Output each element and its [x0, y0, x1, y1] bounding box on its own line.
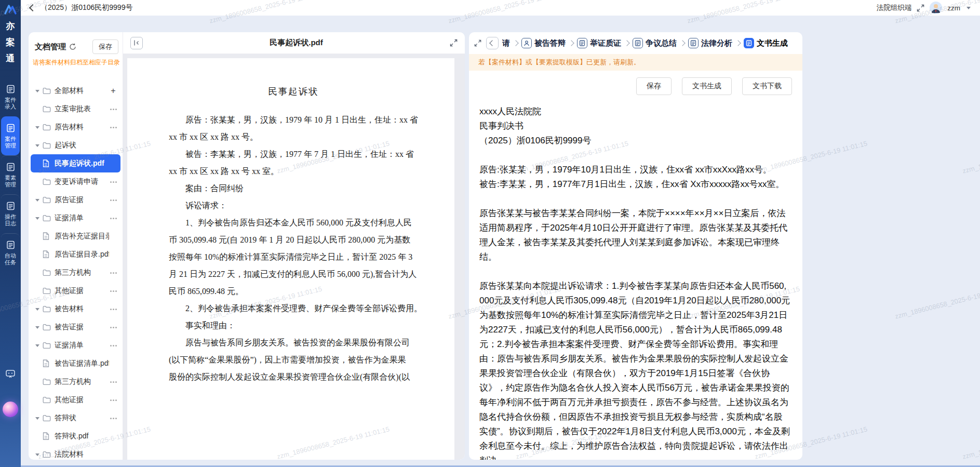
document-manager-panel: 文档管理 保存 请将案件材料归档至相应子目录	[29, 32, 123, 460]
judgment-paragraph: 原告张某某向本院提出诉讼请求：1.判令被告李某某向原告归还本金人民币560,00…	[479, 279, 791, 460]
tree-row-action[interactable]	[109, 378, 117, 386]
refresh-notice: 若【案件材料】或【要素提取模版】已更新，请刷新。	[469, 54, 802, 71]
workflow-step[interactable]: 请	[502, 38, 510, 48]
tree-caret-icon[interactable]	[35, 415, 41, 421]
tree-item-label: 法院材料	[55, 450, 109, 459]
tree-row[interactable]: 被告证据清单.pdf	[31, 354, 120, 372]
workflow-step[interactable]: 法律分析	[688, 38, 732, 48]
tree-row[interactable]: 变更诉请申请	[31, 172, 120, 191]
tree-caret-icon[interactable]	[35, 197, 41, 203]
tree-row[interactable]: 答辩状	[31, 409, 120, 427]
workflow-step-label: 文书生成	[757, 38, 788, 48]
tree-row-action[interactable]	[109, 178, 117, 186]
tree-row[interactable]: 第三方机构	[31, 372, 120, 391]
collapse-panel-icon[interactable]	[130, 37, 143, 49]
folder-icon	[43, 87, 51, 95]
workflow-step[interactable]: 文书生成	[744, 38, 788, 48]
tree-row[interactable]: 其他证据	[31, 391, 120, 409]
tree-caret-icon[interactable]	[35, 124, 41, 130]
workflow-step-label: 法律分析	[701, 38, 732, 48]
tree-caret-icon[interactable]	[35, 88, 41, 94]
tree-row[interactable]: 法院材料	[31, 445, 120, 460]
tree-row[interactable]: 原告证据目录.pdf	[31, 245, 120, 263]
tree-row-action[interactable]	[109, 396, 117, 404]
judgment-document[interactable]: xxxx人民法院院 民事判决书 （2025）浙0106民初9999号 原告:张某…	[469, 97, 802, 460]
sidebar-item[interactable]: 自动任务	[1, 233, 20, 272]
tree-row-action[interactable]	[109, 105, 117, 113]
sidebar-item[interactable]: 操作日志	[1, 194, 20, 233]
folder-icon	[43, 324, 51, 331]
tree-row[interactable]: 被告证据	[31, 318, 120, 336]
doc-generate-icon	[744, 38, 754, 48]
workflow-step[interactable]: 争议总结	[633, 38, 677, 48]
doc-save-button[interactable]: 保存	[92, 39, 118, 54]
tree-row[interactable]: 起诉状	[31, 136, 120, 154]
tree-row-action[interactable]	[109, 287, 117, 295]
tree-row[interactable]: 民事起诉状.pdf	[31, 154, 120, 172]
assistant-chat-icon[interactable]	[5, 368, 16, 381]
tree-row[interactable]: 第三方机构	[31, 263, 120, 282]
tree-row[interactable]: 其他证据	[31, 282, 120, 300]
tree-row[interactable]: 原告证据	[31, 191, 120, 209]
tree-row-action[interactable]	[109, 123, 117, 131]
tree-caret-icon[interactable]	[35, 324, 41, 330]
tree-item-label: 原告材料	[55, 123, 109, 132]
pdf-text-line: 月 21 日为 2227 天，扣减已支付的利息人民币 56,000 元),暂合计…	[169, 265, 418, 283]
sidebar-item[interactable]: 案件管理	[1, 116, 20, 155]
tree-caret-icon[interactable]	[35, 451, 41, 458]
file-icon	[43, 432, 49, 440]
tree-row-action[interactable]	[109, 414, 117, 422]
pdf-expand-icon[interactable]	[450, 39, 458, 47]
refresh-icon[interactable]	[69, 43, 76, 50]
tree-row[interactable]: 全部材料	[31, 82, 120, 100]
app-name: 亦 案 通	[6, 20, 15, 64]
tree-row-action[interactable]	[109, 196, 117, 204]
toolbar-button[interactable]: 保存	[636, 77, 672, 95]
steps-scroll-left-button[interactable]	[486, 37, 499, 49]
pdf-text-line: 诉讼请求：	[169, 197, 418, 214]
tree-caret-icon[interactable]	[35, 215, 41, 221]
tree-row-action[interactable]	[109, 323, 117, 331]
sidebar-item[interactable]: 案件录入	[1, 78, 20, 116]
sidebar-item[interactable]: 要素管理	[1, 155, 20, 194]
tree-row[interactable]: 被告材料	[31, 300, 120, 318]
tree-row[interactable]: 原告材料	[31, 118, 120, 136]
judgment-paragraph: xxxx人民法院院 民事判决书 （2025）浙0106民初9999号	[479, 104, 791, 148]
tree-row-action[interactable]	[109, 305, 117, 313]
tree-row-action[interactable]	[109, 214, 117, 222]
back-chevron-icon[interactable]	[29, 4, 36, 11]
tree-item-label: 被告证据清单.pdf	[55, 359, 109, 368]
toolbar-button[interactable]: 文书生成	[682, 77, 732, 95]
fullscreen-expand-icon[interactable]	[917, 4, 924, 12]
ai-assistant-orb[interactable]	[3, 402, 18, 417]
tree-row-action[interactable]	[109, 87, 117, 95]
workflow-step[interactable]: 被告答辩	[521, 38, 566, 48]
toolbar-button[interactable]: 文书下载	[742, 77, 792, 95]
tree-caret-icon[interactable]	[35, 306, 41, 312]
workflow-step-label: 请	[502, 38, 510, 48]
tree-caret-icon[interactable]	[35, 342, 41, 349]
tree-row[interactable]: 证据清单	[31, 336, 120, 354]
tree-row[interactable]: 立案审批表	[31, 100, 120, 118]
tree-item-label: 其他证据	[55, 395, 109, 405]
auto-task-icon	[6, 240, 16, 250]
user-avatar[interactable]	[930, 2, 942, 14]
tree-row[interactable]: 答辩状.pdf	[31, 427, 120, 445]
tree-caret-icon[interactable]	[35, 142, 41, 149]
workflow-tabbar: 请 被告答辩	[469, 32, 802, 54]
tree-item-label: 全部材料	[55, 86, 109, 96]
tree-row[interactable]: 原告补充证据目录	[31, 227, 120, 245]
panel-expand-icon[interactable]	[474, 39, 481, 47]
folder-icon	[43, 124, 51, 131]
pdf-viewer-panel: 民事起诉状.pdf 民事起诉状 原告：张某某，男，汉族，1979 年 10 月 …	[123, 32, 465, 460]
user-menu-chevron-icon[interactable]	[966, 7, 971, 9]
tree-row-action[interactable]	[109, 269, 117, 277]
evidence-cross-icon	[577, 38, 587, 48]
workflow-step[interactable]: 举证质证	[577, 38, 621, 48]
chevron-right-icon	[568, 40, 574, 46]
workflow-step-label: 被告答辩	[534, 38, 566, 48]
pdf-scroll-area[interactable]: 民事起诉状 原告：张某某，男，汉族，1979 年 10 月 1 日出生，住址：x…	[123, 54, 465, 460]
tree-row[interactable]: 证据清单	[31, 209, 120, 227]
folder-icon	[43, 396, 51, 404]
tree-row-action[interactable]	[109, 341, 117, 350]
